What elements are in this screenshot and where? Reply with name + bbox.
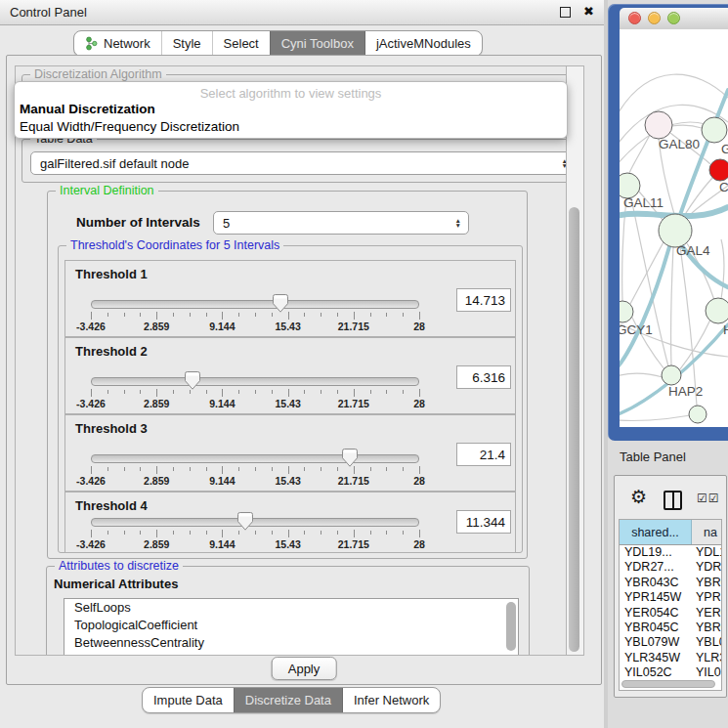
close-icon[interactable]: ✖ <box>583 4 594 19</box>
tick-mark <box>419 389 420 397</box>
scrollbar-thumb[interactable] <box>569 207 579 652</box>
threshold-value-field[interactable]: 11.344 <box>456 510 511 534</box>
tab-discretize-data[interactable]: Discretize Data <box>234 688 342 712</box>
table-row[interactable]: YLR345WYLR3 <box>620 651 721 665</box>
traffic-light-minimize-icon[interactable] <box>648 12 661 24</box>
cell-shared-name: YBL079W <box>620 635 692 650</box>
tick-mark <box>140 531 141 535</box>
threshold-value-field[interactable]: 21.4 <box>456 443 511 466</box>
tab-cyni-toolbox[interactable]: Cyni Toolbox <box>270 31 364 56</box>
tick-mark <box>173 467 174 471</box>
attributes-groupbox-title: Attributes to discretize <box>55 559 183 573</box>
scale-label: -3.426 <box>76 538 106 550</box>
slider-track[interactable] <box>91 300 419 309</box>
slider-thumb[interactable] <box>185 371 200 390</box>
slider-track[interactable] <box>91 377 419 386</box>
attribute-item-selfloops[interactable]: SelfLoops <box>64 599 518 617</box>
network-node-gal80[interactable] <box>645 111 672 139</box>
algorithm-option-equal-width-frequency-discretization[interactable]: Equal Width/Frequency Discretization <box>20 119 239 134</box>
attribute-item-topologicalcoefficient[interactable]: TopologicalCoefficient <box>64 617 518 634</box>
network-node[interactable] <box>689 406 707 423</box>
apply-button[interactable]: Apply <box>272 657 337 680</box>
threshold-value-field[interactable]: 14.713 <box>456 288 511 312</box>
network-graph[interactable]: GAL80GACGAL11GAL4GCY1HHAP2 <box>620 29 728 427</box>
algorithm-option-manual-discretization[interactable]: Manual Discretization <box>20 102 155 116</box>
tick-mark <box>321 531 321 535</box>
apply-button-label: Apply <box>288 662 321 676</box>
tick-mark <box>206 313 207 317</box>
tab-select[interactable]: Select <box>212 31 270 56</box>
traffic-light-zoom-icon[interactable] <box>667 12 680 24</box>
settings-vertical-scrollbar[interactable] <box>566 65 584 656</box>
tick-mark <box>156 312 157 320</box>
network-node-gcy1[interactable] <box>620 301 633 322</box>
table-row[interactable]: YDR27...YDR2 <box>620 560 721 575</box>
numerical-attributes-list[interactable]: SelfLoopsTopologicalCoefficientBetweenne… <box>64 598 519 656</box>
tab-network[interactable]: Network <box>74 31 161 56</box>
table-row[interactable]: YPR145WYPR1 <box>620 590 721 605</box>
tab-jactivemnodules[interactable]: jActiveMNodules <box>364 31 482 56</box>
column-header-name[interactable]: na <box>692 520 721 544</box>
scrollbar-thumb[interactable] <box>621 680 715 688</box>
traffic-light-close-icon[interactable] <box>628 12 641 24</box>
table-row[interactable]: YIL052CYIL0 <box>620 665 721 680</box>
table-data-combo[interactable]: galFiltered.sif default node ▲▼ <box>30 151 568 175</box>
combo-stepper-icon[interactable]: ▲▼ <box>455 218 461 228</box>
slider-thumb[interactable] <box>237 512 253 531</box>
attribute-item-betweennesscentrality[interactable]: BetweennessCentrality <box>64 634 518 652</box>
threshold-slider[interactable]: -3.4262.8599.14415.4321.71528 <box>91 373 419 408</box>
slider-thumb[interactable] <box>342 449 358 467</box>
network-node-ga[interactable] <box>702 117 727 143</box>
node-label: GA <box>721 142 728 156</box>
cell-name: YIL0 <box>692 665 721 680</box>
split-columns-icon[interactable] <box>664 491 682 510</box>
table-row[interactable]: YBR045CYBR0 <box>620 621 721 635</box>
gear-icon[interactable]: ⚙ <box>630 488 647 506</box>
network-canvas[interactable]: GAL80GACGAL11GAL4GCY1HHAP2 <box>620 29 728 427</box>
network-node-c[interactable] <box>709 159 728 181</box>
number-of-intervals-combo[interactable]: 5 ▲▼ <box>213 211 469 235</box>
scale-label: 2.859 <box>144 538 169 550</box>
table-horizontal-scrollbar[interactable] <box>621 680 719 688</box>
tab-label: Discretize Data <box>245 693 331 707</box>
slider-thumb[interactable] <box>273 294 288 313</box>
scale-label: 9.144 <box>209 538 235 550</box>
table-panel-title: Table Panel <box>620 450 686 464</box>
table-row[interactable]: YBR043CYBR0 <box>620 576 721 590</box>
float-window-icon[interactable] <box>560 7 571 18</box>
threshold-slider[interactable]: -3.4262.8599.14415.4321.71528 <box>91 450 419 486</box>
node-label: GCY1 <box>620 322 653 337</box>
tab-label: jActiveMNodules <box>376 36 471 51</box>
select-columns-icon[interactable]: ☑☑ <box>697 492 720 505</box>
threshold-panel-1: Threshold 1-3.4262.8599.14415.4321.71528… <box>64 260 516 337</box>
table-row[interactable]: YDL19...YDL1 <box>620 545 721 560</box>
table-row[interactable]: YER054CYER0 <box>620 606 721 621</box>
tab-infer-network[interactable]: Infer Network <box>342 688 440 712</box>
threshold-slider[interactable]: -3.4262.8599.14415.4321.71528 <box>91 296 419 331</box>
column-header-shared-name[interactable]: shared... <box>620 520 692 544</box>
network-view-window: GAL80GACGAL11GAL4GCY1HHAP2 <box>608 4 728 441</box>
cyni-bottom-tabs: Impute DataDiscretize DataInfer Network <box>142 687 441 713</box>
slider-scale-labels: -3.4262.8599.14415.4321.71528 <box>91 475 419 487</box>
threshold-label: Threshold 2 <box>75 344 148 359</box>
scale-label: 21.715 <box>338 398 369 409</box>
threshold-value-field[interactable]: 6.316 <box>456 365 511 389</box>
thresholds-groupbox: Threshold's Coordinates for 5 Intervals … <box>58 245 523 553</box>
slider-track[interactable] <box>91 454 419 463</box>
node-attribute-table[interactable]: shared... na YDL19...YDL1YDR27...YDR2YBR… <box>619 519 722 691</box>
network-node-h[interactable] <box>706 298 728 323</box>
tick-mark <box>403 467 404 471</box>
tick-mark <box>386 531 387 535</box>
threshold-slider[interactable]: -3.4262.8599.14415.4321.71528 <box>91 514 419 549</box>
slider-track[interactable] <box>91 518 419 527</box>
list-scrollbar[interactable] <box>506 602 516 651</box>
tab-impute-data[interactable]: Impute Data <box>143 688 234 712</box>
network-node-gal4[interactable] <box>659 214 692 247</box>
tab-label: Impute Data <box>153 693 223 707</box>
scale-label: 28 <box>413 475 425 487</box>
table-row[interactable]: YBL079WYBL0 <box>620 635 721 650</box>
network-node-hap2[interactable] <box>662 365 681 385</box>
algorithm-popup-hint: Select algorithm to view settings <box>15 86 567 101</box>
tick-mark <box>272 390 273 394</box>
tab-style[interactable]: Style <box>161 31 212 56</box>
